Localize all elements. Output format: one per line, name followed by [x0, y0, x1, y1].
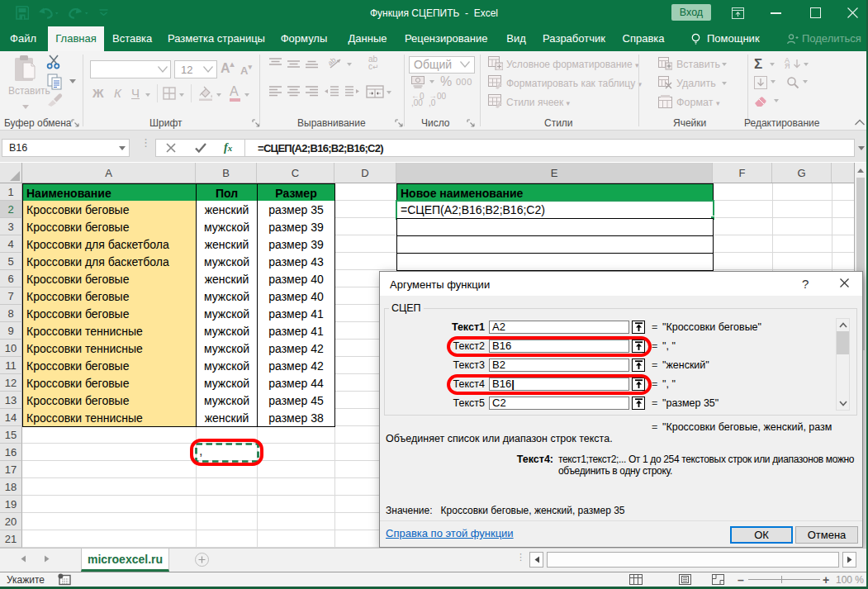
svg-text:ab: ab	[329, 56, 338, 67]
